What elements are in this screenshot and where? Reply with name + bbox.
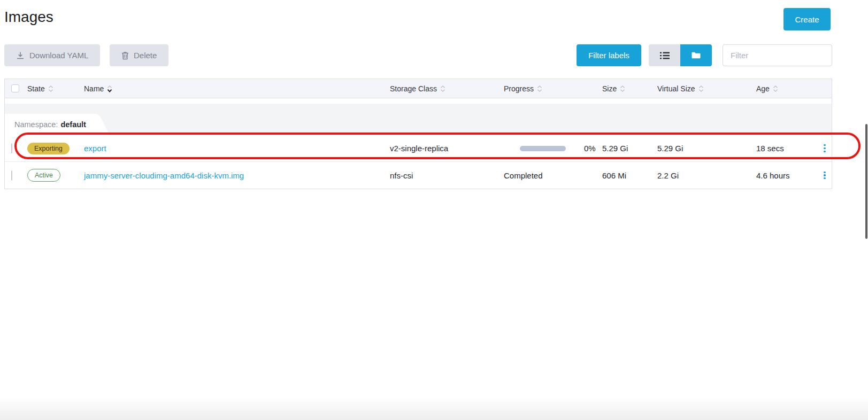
size-cell: 5.29 Gi — [602, 144, 657, 153]
state-badge-exporting: Exporting — [27, 143, 70, 154]
storage-class-cell: nfs-csi — [390, 171, 504, 180]
bottom-fade — [0, 398, 868, 420]
delete-button[interactable]: Delete — [110, 44, 168, 66]
namespace-group-label: Namespace: — [14, 120, 58, 129]
filter-input[interactable] — [723, 44, 832, 66]
folder-view-icon — [692, 52, 701, 59]
sort-icon — [537, 84, 542, 93]
sort-icon-active — [107, 84, 112, 93]
column-header-progress[interactable]: Progress — [504, 84, 602, 93]
view-mode-toggle — [649, 44, 712, 66]
age-cell: 18 secs — [756, 144, 818, 153]
folder-view-button[interactable] — [680, 44, 712, 66]
progress-percent: 0% — [584, 144, 596, 153]
sort-icon — [698, 84, 704, 93]
column-header-storage-class[interactable]: Storage Class — [390, 84, 504, 93]
column-header-state[interactable]: State — [27, 84, 84, 93]
age-cell: 4.6 hours — [756, 171, 818, 180]
download-yaml-button[interactable]: Download YAML — [4, 44, 100, 66]
column-header-name[interactable]: Name — [84, 84, 390, 93]
vertical-scrollbar[interactable] — [865, 124, 867, 239]
progress-bar — [520, 146, 566, 151]
column-header-size[interactable]: Size — [602, 84, 657, 93]
download-icon — [16, 51, 25, 60]
row-checkbox[interactable] — [11, 170, 12, 181]
virtual-size-cell: 5.29 Gi — [657, 144, 756, 153]
row-actions-kebab-icon[interactable] — [821, 169, 827, 182]
page-title: Images — [4, 9, 53, 26]
table-header-row: State Name Storage Class Progress Size — [5, 79, 832, 98]
filter-labels-button[interactable]: Filter labels — [577, 44, 641, 66]
namespace-group-header: Namespace:default — [5, 98, 832, 135]
image-name-link[interactable]: export — [84, 144, 106, 153]
list-view-button[interactable] — [649, 44, 680, 66]
create-button[interactable]: Create — [783, 8, 831, 30]
sort-icon — [48, 84, 53, 93]
row-actions-kebab-icon[interactable] — [821, 142, 827, 154]
progress-cell: 0% — [504, 144, 602, 153]
column-header-virtual-size[interactable]: Virtual Size — [657, 84, 756, 93]
download-yaml-label: Download YAML — [29, 51, 88, 60]
table-row-jammy-image[interactable]: Active jammy-server-cloudimg-amd64-disk-… — [5, 162, 832, 189]
image-name-link[interactable]: jammy-server-cloudimg-amd64-disk-kvm.img — [84, 171, 244, 180]
virtual-size-cell: 2.2 Gi — [657, 171, 756, 180]
table-row-export[interactable]: Exporting export v2-single-replica 0% 5.… — [5, 135, 832, 162]
images-table: State Name Storage Class Progress Size — [4, 79, 832, 189]
select-all-checkbox[interactable] — [11, 84, 19, 92]
list-view-icon — [660, 52, 670, 59]
state-badge-active: Active — [27, 169, 60, 182]
delete-label: Delete — [134, 51, 157, 60]
sort-icon — [620, 84, 625, 93]
trash-icon — [121, 51, 129, 60]
namespace-group-value: default — [60, 120, 86, 129]
progress-cell: Completed — [504, 171, 602, 180]
column-header-age[interactable]: Age — [756, 84, 818, 93]
sort-icon — [440, 84, 445, 93]
sort-icon — [773, 84, 778, 93]
storage-class-cell: v2-single-replica — [390, 144, 504, 153]
row-checkbox[interactable] — [11, 143, 12, 153]
size-cell: 606 Mi — [602, 171, 657, 180]
